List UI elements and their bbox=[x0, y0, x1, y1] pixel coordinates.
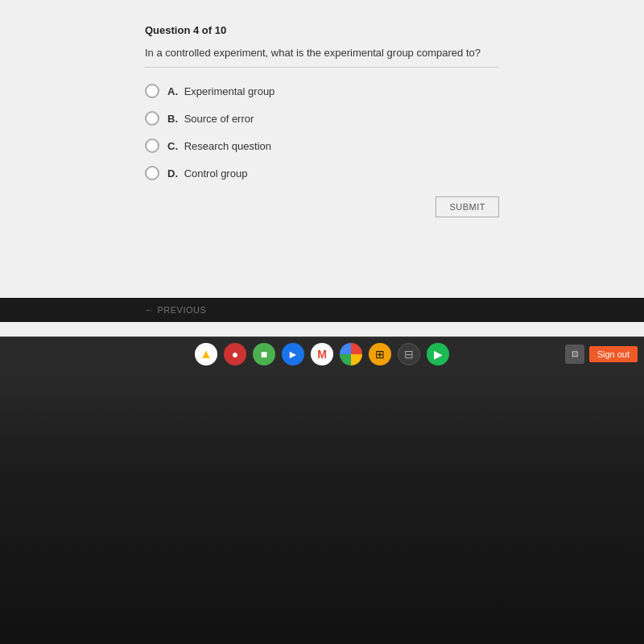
question-header: Question 4 of 10 bbox=[145, 24, 499, 36]
taskbar-icon-yellow[interactable]: ⊞ bbox=[369, 343, 391, 365]
submit-button[interactable]: SUBMIT bbox=[436, 196, 499, 217]
submit-area: SUBMIT bbox=[145, 196, 499, 217]
divider bbox=[145, 67, 499, 68]
radio-c[interactable] bbox=[145, 138, 159, 153]
option-a[interactable]: A. Experimental group bbox=[145, 84, 499, 98]
option-d-label: D. Control group bbox=[167, 167, 247, 180]
previous-nav[interactable]: ← PREVIOUS bbox=[145, 305, 206, 315]
previous-label: PREVIOUS bbox=[158, 305, 207, 315]
taskbar-icon-green[interactable]: ■ bbox=[253, 343, 275, 365]
taskbar-icon-red[interactable]: ● bbox=[224, 343, 246, 365]
radio-b[interactable] bbox=[145, 111, 159, 126]
option-c[interactable]: C. Research question bbox=[145, 138, 499, 153]
taskbar: ▲ ● ■ ► M ⊞ ⊟ ▶ ⊡ Sign out bbox=[0, 336, 644, 370]
taskbar-right: ⊡ Sign out bbox=[565, 345, 638, 364]
option-d[interactable]: D. Control group bbox=[145, 166, 499, 180]
taskbar-icon-drive[interactable]: ▲ bbox=[195, 343, 217, 365]
laptop-screen: Question 4 of 10 In a controlled experim… bbox=[0, 0, 644, 370]
taskbar-icon-blue[interactable]: ► bbox=[282, 343, 304, 365]
laptop-body: DELL → C ⊡ ⊟II ○ ☼ ◄ @3 #4 $5 %6 ^7 &8 *… bbox=[0, 370, 644, 644]
option-b[interactable]: B. Source of error bbox=[145, 111, 499, 126]
radio-d[interactable] bbox=[145, 166, 159, 180]
nav-bar: ← PREVIOUS bbox=[0, 298, 644, 322]
taskbar-icon-chrome[interactable] bbox=[340, 343, 362, 365]
option-a-label: A. Experimental group bbox=[167, 85, 275, 97]
sign-out-button[interactable]: Sign out bbox=[589, 346, 638, 362]
option-c-label: C. Research question bbox=[167, 140, 271, 152]
option-b-label: B. Source of error bbox=[167, 113, 254, 125]
taskbar-icon-play[interactable]: ▶ bbox=[427, 343, 449, 365]
question-text: In a controlled experiment, what is the … bbox=[145, 46, 499, 60]
taskbar-icon-dark[interactable]: ⊟ bbox=[398, 343, 420, 365]
left-arrow-icon: ← bbox=[145, 305, 155, 315]
screen-icon[interactable]: ⊡ bbox=[565, 345, 584, 364]
taskbar-icon-gmail[interactable]: M bbox=[311, 343, 333, 365]
radio-a[interactable] bbox=[145, 84, 159, 98]
